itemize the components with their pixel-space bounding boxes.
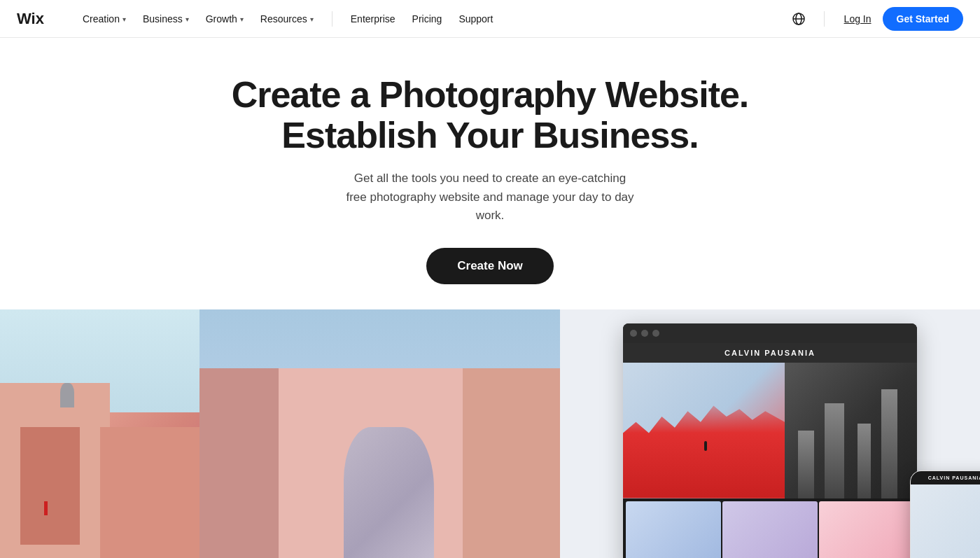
maze-figure	[704, 441, 707, 451]
gray-col-1	[798, 431, 814, 498]
nav-item-pricing[interactable]: Pricing	[405, 9, 449, 29]
hero-subtitle: Get all the tools you need to create an …	[343, 169, 637, 225]
nav-items-right: Log In Get Started	[788, 7, 963, 31]
svg-text:Wix: Wix	[17, 11, 45, 27]
create-now-button[interactable]: Create Now	[426, 248, 554, 284]
chevron-down-icon: ▾	[122, 15, 126, 23]
browser-bar	[623, 323, 917, 343]
get-started-button[interactable]: Get Started	[883, 7, 963, 31]
language-selector[interactable]	[788, 8, 810, 30]
chevron-down-icon: ▾	[310, 15, 314, 23]
nav-divider-2	[824, 11, 825, 27]
mobile-content	[911, 484, 980, 559]
wall-right	[452, 368, 561, 559]
browser-dot-1	[630, 330, 637, 337]
gray-col-3	[858, 424, 871, 498]
thumbnail-1	[626, 501, 721, 559]
nav-item-resources[interactable]: Resources ▾	[253, 9, 321, 29]
nav-item-business[interactable]: Business ▾	[136, 9, 196, 29]
wix-logo[interactable]: Wix	[17, 11, 56, 27]
login-link[interactable]: Log In	[839, 9, 877, 29]
right-section: CALVIN PAUSANIA	[560, 309, 980, 559]
nav-divider	[332, 11, 332, 27]
left-building-3	[20, 427, 80, 545]
browser-mockup: CALVIN PAUSANIA	[623, 323, 917, 559]
thumbnail-3	[819, 501, 914, 559]
left-building-2	[100, 427, 200, 559]
center-image	[200, 309, 560, 559]
gray-col-4	[881, 389, 897, 498]
left-rock	[60, 383, 74, 407]
nav-item-growth[interactable]: Growth ▾	[199, 9, 251, 29]
nav-items-left: Creation ▾ Business ▾ Growth ▾ Resources…	[76, 9, 788, 29]
left-image-bg	[0, 309, 200, 559]
wall-left	[200, 368, 290, 559]
chevron-down-icon: ▾	[186, 15, 189, 23]
sculpture	[344, 427, 434, 559]
mobile-name: CALVIN PAUSANIA	[911, 471, 980, 484]
center-image-bg	[200, 309, 560, 559]
chevron-down-icon: ▾	[240, 15, 244, 23]
hero-section: Create a Photography Website. Establish …	[0, 38, 980, 309]
images-section: CALVIN PAUSANIA	[0, 309, 980, 559]
browser-name-bar: CALVIN PAUSANIA	[623, 343, 917, 363]
left-image	[0, 309, 200, 559]
gray-col-2	[825, 403, 844, 498]
nav-item-enterprise[interactable]: Enterprise	[344, 9, 402, 29]
navbar: Wix Creation ▾ Business ▾ Growth ▾ Resou…	[0, 0, 980, 38]
red-accent	[44, 501, 48, 515]
browser-right-panel	[785, 363, 917, 498]
mobile-mockup: CALVIN PAUSANIA	[910, 470, 980, 559]
browser-dot-3	[652, 330, 659, 337]
hero-title: Create a Photography Website. Establish …	[210, 74, 770, 155]
browser-content: CALVIN PAUSANIA	[623, 343, 917, 559]
browser-img-top	[623, 363, 917, 498]
nav-item-creation[interactable]: Creation ▾	[76, 9, 133, 29]
thumbnail-2	[722, 501, 818, 559]
globe-icon	[792, 13, 805, 25]
browser-left-panel	[623, 363, 785, 498]
browser-thumbnails	[623, 498, 917, 559]
browser-dot-2	[641, 330, 648, 337]
nav-item-support[interactable]: Support	[451, 9, 500, 29]
